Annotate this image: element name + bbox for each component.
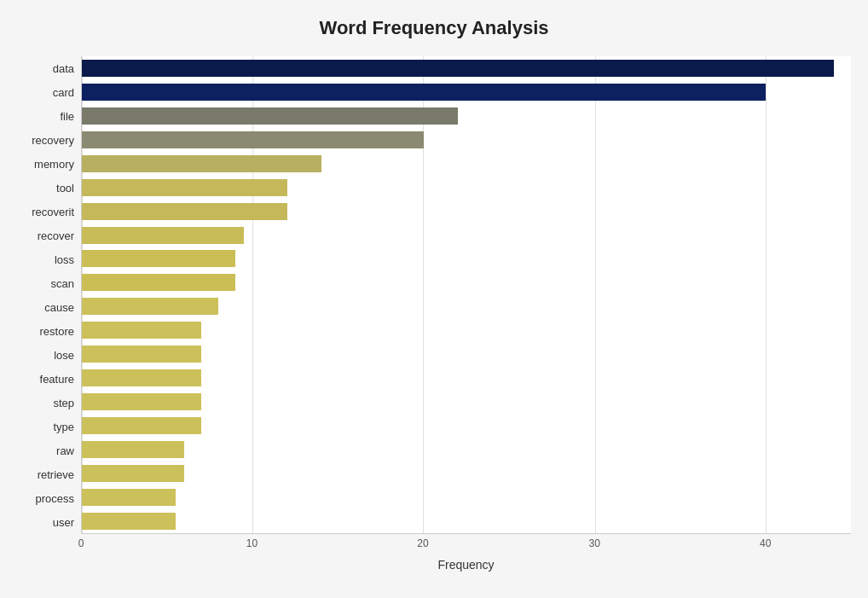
x-axis-label: Frequency: [81, 558, 851, 572]
y-label: tool: [56, 176, 74, 200]
y-label: recover: [38, 224, 74, 247]
bar-row: [82, 319, 851, 341]
bar: [82, 369, 201, 386]
bar: [82, 107, 458, 125]
bar-row: [82, 177, 851, 199]
bar: [82, 465, 184, 482]
y-label: raw: [56, 438, 74, 462]
bar: [82, 322, 201, 339]
y-label: scan: [51, 271, 74, 295]
bar-row: [82, 391, 851, 413]
bar: [82, 84, 766, 101]
y-label: data: [53, 56, 74, 80]
bar: [82, 417, 201, 434]
y-label: lose: [54, 343, 74, 367]
bar-row: [82, 129, 851, 151]
y-label: type: [53, 415, 74, 438]
bar-row: [82, 247, 851, 270]
bar-row: [82, 462, 851, 485]
chart-container: Word Frequency Analysis datacardfilereco…: [0, 0, 868, 598]
bar-row: [82, 343, 851, 365]
y-label: step: [53, 391, 74, 415]
y-label: cause: [44, 295, 74, 319]
y-labels: datacardfilerecoverymemorytoolrecoveritr…: [17, 56, 81, 534]
bar-row: [82, 438, 851, 461]
y-label: user: [53, 510, 74, 534]
bar: [82, 298, 218, 315]
bar-row: [82, 153, 851, 175]
y-label: restore: [40, 319, 74, 343]
bar-row: [82, 510, 851, 532]
chart-title: Word Frequency Analysis: [17, 17, 851, 39]
y-label: process: [35, 486, 74, 510]
y-label: loss: [55, 247, 74, 271]
bar-row: [82, 486, 851, 508]
bar: [82, 227, 244, 244]
y-label: recoverit: [32, 200, 74, 224]
y-label: file: [60, 104, 74, 128]
y-label: recovery: [32, 128, 74, 152]
bar: [82, 60, 834, 77]
x-tick: 0: [78, 537, 84, 549]
bar: [82, 274, 235, 291]
y-label: card: [53, 80, 74, 104]
bar: [82, 203, 287, 220]
bar-row: [82, 81, 851, 103]
y-label: feature: [40, 367, 74, 391]
bar-row: [82, 271, 851, 293]
bar: [82, 489, 176, 506]
bar-row: [82, 415, 851, 437]
bar-row: [82, 200, 851, 223]
x-tick: 40: [760, 537, 771, 549]
bar-row: [82, 224, 851, 247]
bar: [82, 441, 184, 458]
bar-row: [82, 295, 851, 317]
x-tick: 10: [246, 537, 258, 549]
bar-row: [82, 367, 851, 389]
y-label: memory: [34, 152, 74, 176]
bar-row: [82, 105, 851, 127]
bar: [82, 393, 201, 410]
chart-area: datacardfilerecoverymemorytoolrecoveritr…: [17, 56, 851, 535]
bars-area: [81, 56, 851, 534]
x-tick: 20: [417, 537, 428, 549]
x-tick: 30: [589, 537, 600, 549]
plot-area: datacardfilerecoverymemorytoolrecoveritr…: [17, 56, 851, 534]
bar-row: [82, 57, 851, 79]
bar: [82, 345, 201, 363]
bar: [82, 155, 321, 172]
bar: [82, 250, 235, 267]
bar: [82, 179, 287, 196]
bar: [82, 513, 176, 530]
y-label: retrieve: [38, 462, 74, 486]
bar: [82, 131, 424, 148]
